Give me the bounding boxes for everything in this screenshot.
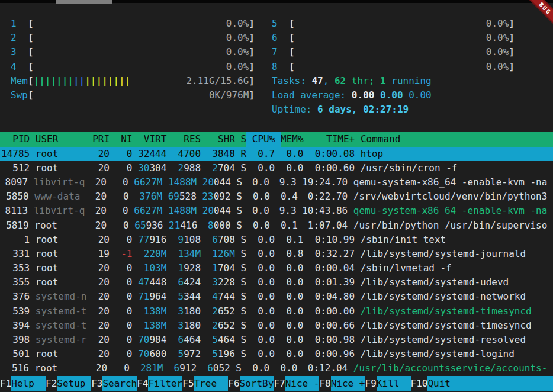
shr-cell: 6052 — [202, 361, 230, 375]
process-row[interactable]: 398systemd-r2007098464645464S0.00.00:00.… — [0, 333, 553, 347]
fkey-label[interactable]: SortBy — [240, 376, 274, 391]
nice-cell: -1 — [115, 247, 133, 261]
res-high-part: 1488M — [168, 205, 197, 216]
cpu-meter: 8[0.0%] — [272, 60, 515, 74]
meter-bracket-open: [ — [28, 17, 34, 31]
user-cell: root — [34, 219, 84, 233]
user-cell: systemd-r — [36, 333, 87, 347]
fkey-button[interactable]: F6SortBy — [228, 376, 274, 391]
res-high-part: 21 — [169, 220, 180, 231]
process-row[interactable]: 353root200103M19281704S0.00.00:00.04/sbi… — [0, 261, 553, 275]
process-table-header[interactable]: PID USER PRI NI VIRT RES SHR S CPU% MEM%… — [0, 132, 553, 146]
res-high-part: 5 — [178, 291, 184, 302]
virt-cell: 376M — [134, 189, 162, 204]
mem-percent-cell: 9.3 — [275, 204, 297, 218]
fkey-button[interactable]: F10Quit — [411, 376, 462, 391]
fkey-button[interactable]: F5Tree — [182, 376, 228, 391]
user-cell: root — [36, 261, 87, 275]
bug-corner-ribbon: BUG — [523, 0, 553, 31]
nice-cell: 0 — [115, 161, 133, 175]
virt-low-part: 984 — [149, 334, 166, 345]
shr-low-part: 052 — [213, 362, 230, 374]
fkey-label[interactable]: Help — [11, 376, 46, 391]
pid-cell: 516 — [1, 361, 29, 375]
fkey-key[interactable]: F8 — [319, 376, 330, 391]
command-cell: qemu-system-x86_64 -enable-kvm -na — [353, 204, 548, 218]
command-cell: /srv/webvirtcloud/venv/bin/python3 — [353, 189, 548, 204]
meter-track — [295, 60, 486, 74]
shr-high-part: 8 — [208, 220, 214, 231]
state-cell: S — [240, 247, 246, 261]
fkey-key[interactable]: F3 — [91, 376, 102, 391]
fkey-key[interactable]: F1 — [0, 376, 11, 391]
fkey-key[interactable]: F7 — [274, 376, 285, 391]
process-row[interactable]: 331root19-1220M134M126MS0.00.80:32.27/li… — [0, 247, 553, 261]
cpu-meter: 7[0.0%] — [272, 45, 515, 59]
command-cell: /sbin/init text — [361, 233, 446, 247]
time-cell: 19:24.70 — [302, 175, 348, 189]
cpu-meters-1-4: 1[0.0%]2[0.0%]3[0.0%]4[0.0%] — [11, 17, 255, 74]
process-row[interactable]: 14785root2003244447003848R0.70.00:00.08h… — [0, 147, 553, 161]
sort-column-header-cpu[interactable]: CPU% — [246, 132, 281, 146]
fkey-label[interactable]: Nice + — [331, 376, 365, 391]
process-row[interactable]: 355root2004744864243228S0.00.00:01.39/li… — [0, 275, 553, 290]
res-high-part: 6 — [178, 277, 184, 288]
fkey-key[interactable]: F9 — [365, 376, 377, 391]
fkey-key[interactable]: F5 — [182, 376, 194, 391]
fkey-label[interactable]: Kill — [377, 376, 411, 391]
meter-track — [34, 17, 226, 31]
res-high-part: 1 — [178, 262, 184, 274]
cpu-percent-cell: 0.0 — [248, 204, 269, 218]
fkey-key[interactable]: F2 — [46, 376, 57, 391]
cpu-meter-value: 0.0% — [486, 31, 509, 45]
fkey-button[interactable]: F9Kill — [365, 376, 411, 391]
process-row[interactable]: 501root2007060059725196S0.00.00:00.96/li… — [0, 347, 553, 361]
header-columns-left[interactable]: PID USER PRI NI VIRT RES SHR S — [1, 132, 246, 146]
meter-track — [295, 31, 486, 45]
fkey-label[interactable]: Filter — [148, 376, 182, 391]
process-row[interactable]: 394systemd-t200138M31802652S0.00.00:00.6… — [0, 319, 553, 333]
user-cell: root — [36, 275, 87, 290]
shr-high-part: 6 — [207, 362, 213, 374]
fkey-key[interactable]: F6 — [228, 376, 239, 391]
process-row[interactable]: 5850www-data200376M6952823092S0.00.40:22… — [0, 189, 553, 204]
process-row[interactable]: 512root2003030429882704S0.00.00:00.60/us… — [0, 161, 553, 175]
header-columns-right[interactable]: MEM% TIME+ Command — [281, 132, 400, 146]
res-high-part: 3 — [178, 306, 184, 317]
fkey-label[interactable]: Setup — [57, 376, 91, 391]
state-cell: S — [240, 347, 246, 361]
meter-bracket-close: ] — [249, 60, 255, 74]
fkey-button[interactable]: F8Nice + — [319, 376, 365, 391]
process-row[interactable]: 376systemd-n2007196453444744S0.00.00:04.… — [0, 290, 553, 304]
meter-bracket-close: ] — [509, 60, 515, 74]
cpu-meter-id: 1 — [11, 17, 28, 31]
fkey-key[interactable]: F4 — [137, 376, 148, 391]
res-high-part: 3 — [178, 320, 184, 331]
fkey-label[interactable]: Nice - — [285, 376, 320, 391]
res-low-part: 528 — [179, 191, 197, 202]
fkey-button[interactable]: F3Search — [91, 376, 137, 391]
fkey-button[interactable]: F2Setup — [46, 376, 91, 391]
fkey-button[interactable]: F1Help — [0, 376, 46, 391]
process-row[interactable]: 5819root20065936214168000S0.00.11:07.04/… — [0, 219, 553, 233]
meter-bracket-close: ] — [249, 17, 255, 31]
fkey-key[interactable]: F10 — [411, 376, 428, 391]
text-segment: 0.00 — [409, 88, 432, 102]
process-row[interactable]: 539systemd-t200138M31802652S0.00.00:00.0… — [0, 304, 553, 319]
fkey-label[interactable]: Tree — [194, 376, 229, 391]
cpu-percent-cell: 0.0 — [252, 233, 275, 247]
command-cell: /usr/lib/accountsservice/accounts- — [353, 361, 548, 375]
res-cell: 21416 — [169, 219, 197, 233]
process-row[interactable]: 8097libvirt-q2006627M1488M20044S0.09.319… — [0, 175, 553, 189]
fkey-button[interactable]: F4Filter — [137, 376, 182, 391]
fkey-label[interactable]: Quit — [427, 376, 462, 391]
process-row[interactable]: 1root2007791691086708S0.00.10:10.99/sbin… — [0, 233, 553, 247]
fkey-label[interactable]: Search — [102, 376, 137, 391]
time-cell: 0:04.80 — [309, 290, 355, 304]
cpu-percent-cell: 0.0 — [252, 347, 275, 361]
virt-cell: 71964 — [138, 290, 166, 304]
process-row[interactable]: 516root200281M69126052S0.00.00:12.04/usr… — [0, 361, 553, 375]
state-cell: S — [236, 361, 242, 375]
fkey-button[interactable]: F7Nice - — [274, 376, 319, 391]
process-row[interactable]: 8113libvirt-q2006627M1488M20044S0.09.310… — [0, 204, 553, 218]
